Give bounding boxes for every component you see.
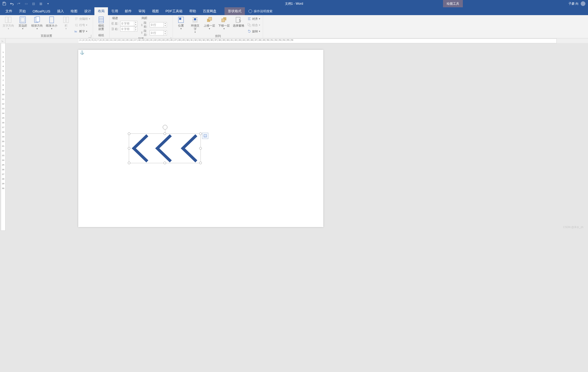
bring-forward-button[interactable]: 上移一层▾ <box>203 16 216 31</box>
ruler-corner[interactable]: ∟ <box>0 38 5 43</box>
rotate-button[interactable]: 旋转▾ <box>246 29 261 34</box>
spacing-header: 间距 <box>142 16 167 20</box>
svg-text:bc: bc <box>75 30 77 33</box>
document-area[interactable]: 1234567891011121314151617181920212223242… <box>0 43 588 231</box>
svg-rect-7 <box>50 17 54 23</box>
tab-review[interactable]: 审阅 <box>135 7 149 15</box>
svg-rect-15 <box>194 18 196 20</box>
svg-rect-9 <box>66 17 69 23</box>
resize-handle-ml[interactable] <box>128 147 130 150</box>
page[interactable] <box>78 50 323 227</box>
vertical-ruler[interactable]: 1234567891011121314151617181920212223242… <box>1 43 5 231</box>
group-arrange: 位置▾ 环绕文 字▾ 上移一层▾ 下移一层▾ 选择窗格 对齐▾ <box>173 15 263 38</box>
qat-icon-1[interactable]: ▭ <box>24 2 28 6</box>
tab-draw[interactable]: 绘图 <box>67 7 81 15</box>
tell-me-label: 操作说明搜索 <box>254 9 272 14</box>
group-paragraph: 缩进 左: ▲▼ 右: <box>110 15 173 38</box>
resize-handle-tl[interactable] <box>128 132 130 135</box>
resize-handle-tr[interactable] <box>199 132 202 135</box>
ribbon-tabs: 文件 开始 OfficePLUS 插入 绘图 设计 布局 引用 邮件 审阅 视图… <box>0 7 588 15</box>
layout-options-icon[interactable] <box>202 133 208 139</box>
columns-button[interactable]: 栏▾ <box>59 16 72 31</box>
resize-handle-br[interactable] <box>199 162 202 164</box>
indent-right-label: 右: <box>111 27 119 31</box>
resize-handle-bm[interactable] <box>163 162 166 164</box>
space-after-label: 段后: <box>141 29 149 37</box>
ruler-bar: ∟ | 1 | 2 | 3 | 4 | 5 | 6 | 7 | 8 | 9 | … <box>0 38 588 43</box>
indent-right-input[interactable]: ▲▼ <box>120 26 137 32</box>
send-backward-button[interactable]: 下移一层▾ <box>217 16 231 31</box>
space-before-input[interactable]: ▲▼ <box>150 22 167 27</box>
title-bar: ▭ ▤ ▦ ▾ 文档1 - Word 绘图工具 子豪 向 <box>0 0 588 7</box>
indent-left-input[interactable]: ▲▼ <box>120 21 137 26</box>
tab-pdf[interactable]: PDF工具箱 <box>162 7 186 15</box>
manuscript-settings-button[interactable]: 稿纸 设置 <box>95 16 108 31</box>
qat-more-icon[interactable]: ▾ <box>46 2 50 6</box>
tab-insert[interactable]: 插入 <box>54 7 67 15</box>
undo-icon[interactable] <box>9 2 14 6</box>
resize-handle-bl[interactable] <box>128 162 130 164</box>
tab-view[interactable]: 视图 <box>149 7 162 15</box>
qat-icon-3[interactable]: ▦ <box>39 2 43 6</box>
tab-officeplus[interactable]: OfficePLUS <box>29 7 54 15</box>
group-manuscript: 稿纸 设置 稿纸 <box>93 15 110 38</box>
tab-help[interactable]: 帮助 <box>186 7 199 15</box>
user-name: 子豪 向 <box>568 2 579 6</box>
size-button[interactable]: 纸张大小▾ <box>45 16 58 31</box>
svg-rect-6 <box>36 17 40 22</box>
breaks-button[interactable]: 分隔符▾ <box>74 16 91 21</box>
orientation-button[interactable]: 纸张方向▾ <box>30 16 44 31</box>
watermark: CSDN @泽水_zh <box>563 225 583 229</box>
align-button[interactable]: 对齐▾ <box>246 16 261 21</box>
selected-shape[interactable] <box>129 133 201 163</box>
launcher-icon[interactable] <box>88 35 91 38</box>
indent-header: 缩进 <box>112 16 137 20</box>
ribbon: 文字方向▾ 页边距▾ 纸张方向▾ 纸张大小▾ 栏▾ 分隔符▾ <box>0 15 588 38</box>
resize-handle-tm[interactable] <box>163 132 166 135</box>
svg-rect-0 <box>3 2 5 3</box>
qat-icon-2[interactable]: ▤ <box>31 2 35 6</box>
svg-rect-2 <box>9 17 11 23</box>
group-label-arrange: 排列 <box>174 34 261 38</box>
text-direction-button[interactable]: 文字方向▾ <box>2 16 15 31</box>
horizontal-ruler[interactable]: | 1 | 2 | 3 | 4 | 5 | 6 | 7 | 8 | 9 | 10… <box>78 39 557 43</box>
tab-file[interactable]: 文件 <box>2 7 16 15</box>
space-before-value[interactable] <box>150 23 163 26</box>
selection-pane-button[interactable]: 选择窗格 <box>232 16 245 28</box>
tab-design[interactable]: 设计 <box>81 7 94 15</box>
lightbulb-icon <box>248 9 252 13</box>
tab-baidu[interactable]: 百度网盘 <box>199 7 220 15</box>
position-button[interactable]: 位置▾ <box>174 16 187 31</box>
avatar[interactable] <box>581 1 585 6</box>
margins-button[interactable]: 页边距▾ <box>16 16 29 31</box>
wrap-text-button[interactable]: 环绕文 字▾ <box>189 16 202 34</box>
hyphenation-button[interactable]: bc 断字▾ <box>74 29 91 34</box>
line-numbers-button[interactable]: 1 行号▾ <box>74 22 91 28</box>
space-after-input[interactable]: ▲▼ <box>150 30 167 35</box>
svg-rect-1 <box>5 17 8 23</box>
group-button[interactable]: 组合▾ <box>246 22 261 28</box>
svg-rect-19 <box>222 19 225 22</box>
svg-rect-14 <box>179 18 181 20</box>
space-after-value[interactable] <box>150 31 163 34</box>
tab-references[interactable]: 引用 <box>108 7 122 15</box>
tab-mailings[interactable]: 邮件 <box>122 7 135 15</box>
indent-right-value[interactable] <box>120 27 134 31</box>
svg-rect-22 <box>249 25 251 27</box>
indent-left-value[interactable] <box>120 22 134 25</box>
user-area[interactable]: 子豪 向 <box>568 0 585 7</box>
group-label-page-setup: 页面设置 <box>2 34 91 38</box>
anchor-icon: ⚓ <box>80 50 84 54</box>
tab-layout[interactable]: 布局 <box>94 7 108 15</box>
rotate-handle[interactable] <box>163 125 167 130</box>
redo-icon[interactable] <box>17 2 21 6</box>
save-icon[interactable] <box>2 2 6 6</box>
space-before-label: 段前: <box>141 21 149 29</box>
tab-shape-format[interactable]: 形状格式 <box>225 7 245 15</box>
chevron-shape[interactable] <box>129 134 201 163</box>
indent-left-label: 左: <box>111 22 119 26</box>
resize-handle-mr[interactable] <box>199 147 202 150</box>
tell-me[interactable]: 操作说明搜索 <box>245 7 276 15</box>
svg-rect-17 <box>209 17 212 20</box>
tab-home[interactable]: 开始 <box>16 7 29 15</box>
